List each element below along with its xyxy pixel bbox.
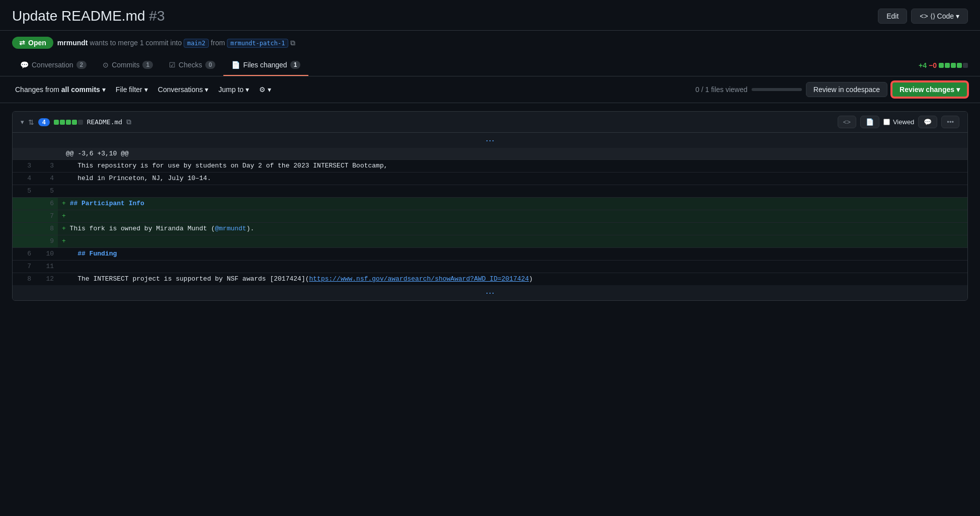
expand-row-top: ⋯ [13, 133, 967, 148]
pr-meta-from: from [211, 39, 227, 47]
diff-block-2 [945, 63, 950, 68]
expand-up-button[interactable]: ⋯ [485, 135, 495, 146]
viewed-input[interactable] [883, 119, 890, 125]
line-num-new: 10 [35, 248, 58, 261]
pr-meta: ⇄ Open mrmundt wants to merge 1 commit i… [0, 31, 980, 55]
ellipsis-icon: ••• [947, 118, 954, 126]
header-actions: Edit <> ⟨⟩ Code ▾ [878, 9, 968, 24]
tab-files-changed[interactable]: 📄 Files changed 1 [223, 55, 308, 76]
review-changes-button[interactable]: Review changes ▾ [891, 81, 968, 98]
files-viewed-progress [752, 88, 802, 91]
diff-block-1 [939, 63, 944, 68]
diff-arrows-icon: ⇅ [28, 118, 34, 126]
code-icon: <> [920, 12, 928, 20]
view-file-button[interactable]: 📄 [860, 116, 879, 128]
tab-commits-label: Commits [112, 61, 139, 69]
diff-file-left: ▾ ⇅ 4 README.md ⧉ [21, 118, 131, 126]
diff-color-block-1 [54, 120, 59, 125]
diff-collapse-button[interactable]: ▾ [21, 118, 24, 126]
diff-color-blocks [54, 120, 83, 125]
line-num-old: 4 [13, 173, 35, 185]
line-num-old [13, 198, 35, 210]
tab-checks-label: Checks [179, 61, 202, 69]
conversations-label: Conversations [158, 85, 203, 94]
diff-filename: README.md [87, 118, 122, 126]
line-content: + [58, 210, 967, 223]
line-num-old [13, 223, 35, 235]
settings-dropdown[interactable]: ⚙ ▾ [256, 83, 274, 96]
comment-button[interactable]: 💬 [918, 116, 937, 128]
chevron-down-icon: ▾ [102, 85, 106, 94]
diff-file-header: ▾ ⇅ 4 README.md ⧉ <> 📄 Viewed [13, 112, 967, 133]
diff-block-5 [963, 63, 968, 68]
table-row: 6 + ## Participant Info [13, 198, 967, 210]
tab-conversation-label: Conversation [32, 61, 73, 69]
file-filter-dropdown[interactable]: File filter ▾ [113, 83, 151, 96]
line-content: + This fork is owned by Miranda Mundt (@… [58, 223, 967, 235]
table-row: 6 10 ## Funding [13, 248, 967, 261]
line-num-new: 6 [35, 198, 58, 210]
review-in-codespace-button[interactable]: Review in codespace [806, 82, 887, 97]
tab-commits[interactable]: ⊙ Commits 1 [95, 55, 161, 76]
code-button[interactable]: <> ⟨⟩ Code ▾ [911, 9, 968, 24]
diff-container: ▾ ⇅ 4 README.md ⧉ <> 📄 Viewed [12, 111, 968, 301]
source-branch[interactable]: mrmundt-patch-1 [227, 39, 288, 48]
diff-color-block-5 [78, 120, 83, 125]
table-row: 8 + This fork is owned by Miranda Mundt … [13, 223, 967, 235]
hunk-header-content: @@ -3,6 +3,10 @@ [58, 148, 967, 160]
chevron-down-icon: ▾ [956, 12, 959, 20]
copy-branches-icon[interactable]: ⧉ [290, 39, 295, 47]
table-row: 8 12 The INTERSECT project is supported … [13, 273, 967, 286]
files-viewed-text: 0 / 1 files viewed [695, 85, 748, 94]
tabs-list: 💬 Conversation 2 ⊙ Commits 1 ☑ Checks 0 … [12, 55, 308, 76]
viewed-checkbox[interactable]: Viewed [883, 118, 914, 126]
hunk-line-num-old [13, 148, 35, 160]
line-content: held in Princeton, NJ, July 10–14. [58, 173, 967, 185]
changes-from-dropdown[interactable]: Changes from all commits ▾ [12, 83, 109, 96]
jump-to-dropdown[interactable]: Jump to ▾ [215, 83, 252, 96]
tab-files-changed-count: 1 [290, 61, 301, 69]
chevron-down-icon: ▾ [21, 118, 24, 126]
diff-change-count: 4 [38, 118, 50, 126]
line-content [58, 261, 967, 273]
expand-down-button[interactable]: ⋯ [485, 287, 495, 298]
tab-conversation[interactable]: 💬 Conversation 2 [12, 55, 95, 76]
line-num-old: 7 [13, 261, 35, 273]
tabs-bar: 💬 Conversation 2 ⊙ Commits 1 ☑ Checks 0 … [0, 55, 980, 76]
line-num-new: 7 [35, 210, 58, 223]
diff-table: ⋯ @@ -3,6 +3,10 @@ 3 3 This repository i… [13, 133, 967, 300]
files-icon: 📄 [231, 61, 240, 69]
line-content: ## Funding [58, 248, 967, 261]
line-num-old: 6 [13, 248, 35, 261]
pr-number: #3 [149, 8, 165, 24]
table-row: 7 + [13, 210, 967, 223]
page-header: Update README.md #3 Edit <> ⟨⟩ Code ▾ [0, 0, 980, 31]
chevron-down-icon: ▾ [144, 85, 148, 94]
status-text: Open [28, 39, 46, 47]
diff-color-block-4 [72, 120, 77, 125]
pr-meta-text: mrmundt wants to merge 1 commit into mai… [57, 39, 295, 47]
pr-title: Update README.md #3 [12, 8, 165, 24]
conversations-dropdown[interactable]: Conversations ▾ [155, 83, 212, 96]
line-content: The INTERSECT project is supported by NS… [58, 273, 967, 286]
edit-button[interactable]: Edit [878, 9, 907, 24]
viewed-label: Viewed [893, 118, 914, 126]
target-branch[interactable]: main2 [184, 39, 209, 48]
line-content: + [58, 235, 967, 248]
line-content [58, 185, 967, 198]
line-content: This repository is for use by students o… [58, 160, 967, 173]
pr-author: mrmundt [57, 39, 88, 47]
code-icon: <> [843, 118, 851, 126]
copy-filename-icon[interactable]: ⧉ [126, 118, 131, 126]
comment-icon: 💬 [924, 118, 932, 126]
tab-checks[interactable]: ☑ Checks 0 [161, 55, 223, 76]
view-source-button[interactable]: <> [838, 116, 856, 128]
more-options-button[interactable]: ••• [941, 116, 959, 128]
git-merge-icon: ⇄ [19, 39, 25, 47]
table-row: 4 4 held in Princeton, NJ, July 10–14. [13, 173, 967, 185]
line-num-new: 8 [35, 223, 58, 235]
code-label: ⟨⟩ Code [930, 12, 954, 20]
table-row: 9 + [13, 235, 967, 248]
commits-icon: ⊙ [103, 61, 109, 69]
tab-files-changed-label: Files changed [243, 61, 287, 69]
